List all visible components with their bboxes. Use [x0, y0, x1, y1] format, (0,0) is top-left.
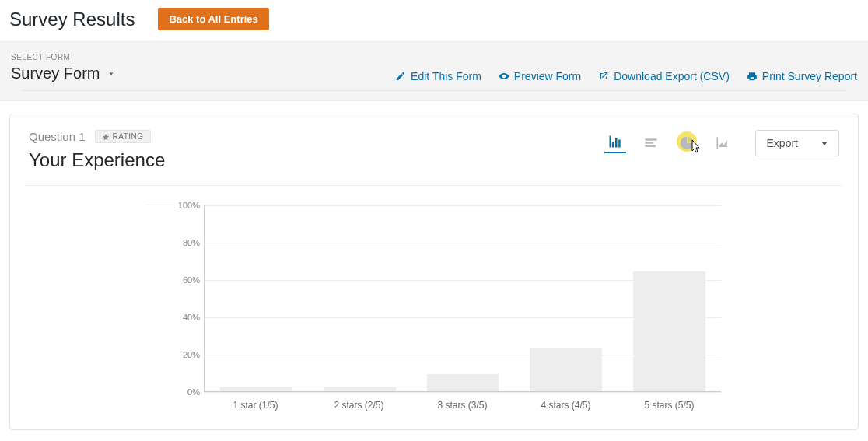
edit-form-link[interactable]: Edit This Form: [395, 70, 481, 82]
print-report-link[interactable]: Print Survey Report: [747, 70, 857, 82]
print-report-label: Print Survey Report: [762, 70, 857, 82]
chart: 0%20%40%60%80%100% 1 star (1/5)2 stars (…: [145, 205, 721, 411]
x-axis-label: 1 star (1/5): [204, 400, 307, 411]
horizontal-bars-icon: [643, 135, 659, 151]
question-type-badge: RATING: [95, 130, 151, 143]
bar: [220, 387, 292, 391]
y-axis-label: 20%: [183, 350, 200, 359]
bar: [633, 271, 705, 391]
bar-chart-button[interactable]: [604, 133, 626, 153]
page-title: Survey Results: [9, 9, 135, 30]
export-label: Export: [767, 137, 798, 149]
cursor-icon: [687, 139, 702, 155]
print-icon: [747, 71, 758, 82]
x-axis-label: 2 stars (2/5): [307, 400, 411, 411]
bar: [530, 348, 602, 391]
question-number: Question 1: [29, 130, 86, 143]
caret-down-icon: [821, 142, 828, 145]
chevron-down-icon: [107, 70, 115, 78]
bar: [324, 387, 396, 391]
preview-form-label: Preview Form: [514, 70, 581, 82]
preview-form-link[interactable]: Preview Form: [499, 70, 581, 82]
star-icon: [102, 133, 110, 141]
bar-slot: [411, 205, 515, 391]
area-chart-icon: [715, 135, 730, 151]
bar-slot: [514, 205, 618, 391]
toolbar-actions: Edit This Form Preview Form Download Exp…: [395, 70, 857, 82]
back-to-entries-button[interactable]: Back to All Entries: [158, 8, 268, 30]
question-title: Your Experience: [29, 149, 165, 171]
x-axis-label: 3 stars (3/5): [411, 400, 514, 411]
y-axis-label: 0%: [187, 387, 200, 397]
grid-line: [204, 392, 721, 393]
download-export-label: Download Export (CSV): [614, 70, 730, 82]
bar-slot: [205, 205, 308, 391]
horizontal-bar-button[interactable]: [640, 135, 662, 152]
badge-text: RATING: [113, 132, 144, 141]
edit-form-label: Edit This Form: [411, 70, 481, 82]
question-card: Question 1 RATING Your Experience: [9, 114, 859, 430]
bar-slot: [618, 205, 721, 391]
y-axis-label: 60%: [183, 275, 200, 285]
pencil-icon: [395, 71, 406, 82]
pie-chart-button[interactable]: [676, 135, 698, 152]
y-axis-label: 80%: [183, 238, 200, 247]
y-axis-label: 100%: [178, 201, 200, 210]
export-icon: [598, 71, 609, 82]
select-form-label: SELECT FORM: [11, 53, 857, 61]
bar-slot: [308, 205, 411, 391]
form-selector-dropdown[interactable]: Survey Form: [11, 65, 115, 82]
bar-chart-icon: [607, 134, 623, 149]
bars-container: [204, 205, 721, 392]
area-chart-button[interactable]: [712, 135, 733, 152]
x-axis-label: 5 stars (5/5): [618, 400, 721, 411]
download-export-link[interactable]: Download Export (CSV): [598, 70, 730, 82]
eye-icon: [499, 71, 509, 82]
visualization-toolbar: Export: [604, 130, 839, 156]
bar: [427, 374, 499, 391]
export-dropdown[interactable]: Export: [755, 130, 839, 156]
y-axis-label: 40%: [183, 313, 200, 322]
page-header: Survey Results Back to All Entries: [0, 0, 868, 41]
x-axis-label: 4 stars (4/5): [514, 400, 618, 411]
toolbar: SELECT FORM Survey Form Edit This Form P…: [0, 41, 868, 101]
form-selector-name: Survey Form: [11, 65, 100, 82]
